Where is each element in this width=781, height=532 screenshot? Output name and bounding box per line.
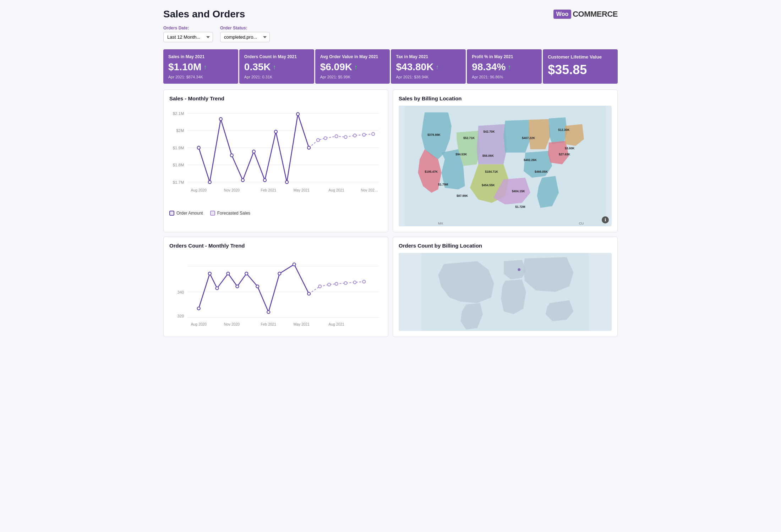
svg-point-17: [208, 181, 211, 184]
svg-text:$466.05K: $466.05K: [535, 170, 548, 173]
svg-point-70: [245, 272, 248, 275]
orders-billing-card: Orders Count by Billing Location: [393, 237, 618, 337]
svg-point-28: [324, 137, 327, 140]
kpi-profit-title: Profit % in May 2021: [472, 54, 537, 59]
kpi-tax-title: Tax in May 2021: [396, 54, 461, 59]
svg-point-65: [197, 307, 200, 310]
kpi-avg-title: Avg Order Value in May 2021: [320, 54, 385, 59]
svg-point-32: [362, 133, 365, 137]
svg-point-79: [344, 282, 347, 284]
kpi-orders-value: 0.35K ↑: [244, 61, 309, 73]
svg-text:$195.47K: $195.47K: [425, 170, 438, 173]
svg-point-78: [335, 282, 338, 285]
kpi-orders-prev: Apr 2021: 0.31K: [244, 75, 309, 79]
status-filter-select[interactable]: completed,pro...: [220, 32, 270, 42]
svg-text:$1.9M: $1.9M: [173, 145, 184, 150]
svg-point-18: [219, 117, 222, 121]
date-filter-label: Orders Date:: [163, 26, 213, 31]
svg-text:Feb 2021: Feb 2021: [261, 322, 276, 326]
sales-trend-svg: $2.1M $2M $1.9M $1.8M $1.7M Aug 2020 Nov…: [169, 106, 382, 205]
us-map-area: $378.98K $52.71K $42.70K $94.53K $56.06K…: [399, 106, 612, 226]
orders-trend-svg: 340 320 Aug 2020 Nov 2020 Feb 2021 May 2…: [169, 253, 382, 331]
kpi-avg-value: $6.09K ↑: [320, 61, 385, 73]
svg-text:$3.60K: $3.60K: [565, 146, 575, 150]
kpi-lifetime-value: $35.85: [548, 62, 613, 77]
sales-trend-title: Sales - Monthly Trend: [169, 95, 382, 101]
svg-point-67: [215, 287, 218, 290]
map-info-button[interactable]: ℹ: [602, 216, 609, 223]
svg-text:Aug 2020: Aug 2020: [191, 322, 207, 326]
kpi-card-orders: Orders Count in May 2021 0.35K ↑ Apr 202…: [239, 49, 314, 84]
billing-map-card: Sales by Billing Location: [393, 89, 618, 232]
svg-text:MX: MX: [438, 221, 443, 225]
svg-text:$12.30K: $12.30K: [558, 128, 570, 132]
kpi-card-tax: Tax in May 2021 $43.80K ↑ Apr 2021: $38.…: [391, 49, 466, 84]
legend-forecasted-sales: Forecasted Sales: [210, 211, 250, 216]
svg-text:May 2021: May 2021: [294, 188, 310, 192]
svg-text:$42.70K: $42.70K: [484, 130, 495, 133]
page-title: Sales and Orders: [163, 9, 245, 20]
kpi-sales-value: $1.10M ↑: [168, 61, 233, 73]
legend-order-amount-label: Order Amount: [176, 211, 203, 216]
sales-trend-legend: Order Amount Forecasted Sales: [169, 208, 382, 216]
svg-text:$27.63K: $27.63K: [559, 153, 570, 156]
kpi-profit-arrow: ↑: [508, 63, 511, 71]
status-filter-label: Order Status:: [220, 26, 270, 31]
svg-text:Aug 2021: Aug 2021: [329, 188, 344, 192]
svg-point-29: [335, 135, 338, 138]
svg-point-26: [307, 146, 310, 149]
svg-text:$1.8M: $1.8M: [173, 162, 184, 167]
svg-point-30: [344, 135, 347, 139]
us-map-svg: $378.98K $52.71K $42.70K $94.53K $56.06K…: [399, 106, 612, 226]
kpi-card-sales: Sales in May 2021 $1.10M ↑ Apr 2021: $87…: [163, 49, 238, 84]
svg-text:CU: CU: [579, 221, 584, 225]
svg-point-31: [353, 134, 356, 137]
orders-map-svg: [399, 253, 612, 331]
svg-point-19: [230, 154, 233, 157]
svg-point-75: [307, 292, 310, 295]
orders-count-trend-card: Orders Count - Monthly Trend 340 320 Aug…: [163, 237, 388, 337]
date-filter-select[interactable]: Last 12 Month...: [163, 32, 213, 42]
kpi-avg-arrow: ↑: [354, 63, 357, 71]
svg-text:$378.98K: $378.98K: [427, 133, 441, 137]
charts-grid: Sales - Monthly Trend $2.1M $2M $1.9M $1…: [163, 89, 618, 337]
svg-text:Nov 2020: Nov 2020: [224, 188, 240, 192]
billing-map-title: Sales by Billing Location: [399, 95, 612, 101]
kpi-tax-arrow: ↑: [436, 63, 439, 71]
svg-text:$454.55K: $454.55K: [482, 183, 495, 187]
sales-trend-card: Sales - Monthly Trend $2.1M $2M $1.9M $1…: [163, 89, 388, 232]
svg-point-21: [252, 150, 255, 153]
svg-point-71: [256, 285, 259, 288]
orders-map-area: [399, 253, 612, 331]
svg-text:$87.99K: $87.99K: [457, 194, 468, 198]
svg-point-68: [226, 272, 229, 275]
svg-point-33: [372, 132, 375, 135]
status-filter-group: Order Status: completed,pro...: [220, 26, 270, 42]
svg-text:$2.1M: $2.1M: [173, 111, 184, 116]
kpi-orders-title: Orders Count in May 2021: [244, 54, 309, 59]
svg-text:$1.72M: $1.72M: [515, 205, 525, 209]
svg-text:Feb 2021: Feb 2021: [261, 188, 276, 192]
legend-forecasted-label: Forecasted Sales: [217, 211, 250, 216]
svg-text:$402.26K: $402.26K: [524, 158, 537, 162]
svg-text:Aug 2021: Aug 2021: [329, 322, 344, 326]
svg-text:$52.71K: $52.71K: [463, 136, 475, 140]
kpi-tax-value: $43.80K ↑: [396, 61, 461, 73]
svg-text:May 2021: May 2021: [294, 322, 310, 326]
sales-trend-area: $2.1M $2M $1.9M $1.8M $1.7M Aug 2020 Nov…: [169, 106, 382, 205]
kpi-tax-prev: Apr 2021: $38.94K: [396, 75, 461, 79]
svg-point-22: [263, 179, 266, 182]
svg-point-76: [318, 285, 321, 288]
kpi-sales-title: Sales in May 2021: [168, 54, 233, 59]
svg-point-24: [285, 181, 288, 184]
kpi-profit-value: 98.34% ↑: [472, 61, 537, 73]
svg-point-73: [278, 272, 281, 275]
kpi-sales-arrow: ↑: [203, 63, 207, 71]
kpi-sales-prev: Apr 2021: $874.34K: [168, 75, 233, 79]
svg-point-20: [241, 179, 244, 182]
svg-point-66: [208, 272, 211, 275]
svg-text:320: 320: [177, 314, 184, 318]
legend-order-amount-box: [169, 211, 174, 216]
filters-bar: Orders Date: Last 12 Month... Order Stat…: [163, 26, 618, 42]
woo-logo-text: COMMERCE: [573, 10, 618, 19]
